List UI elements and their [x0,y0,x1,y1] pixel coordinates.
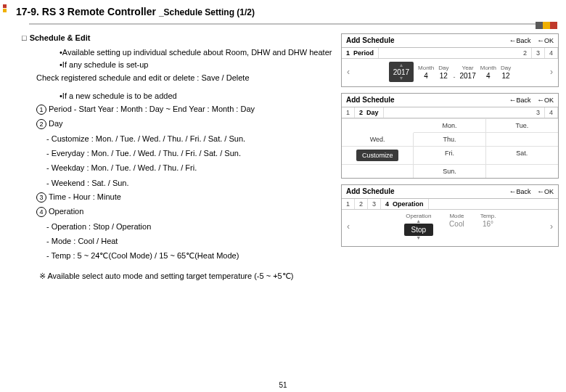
ok-button[interactable]: OK [537,37,554,44]
day-tue[interactable]: Tue. [486,119,558,133]
back-button[interactable]: Back [509,37,530,44]
label-month: Month [418,65,434,71]
bullet-if-setup: If any schedule is set-up [60,59,334,71]
day-weekday: - Weekday : Mon. / Tue. / Wed. / Thu. / … [46,160,334,175]
step-1[interactable]: 1 [342,199,355,209]
section-heading: Schedule & Edit [22,33,334,42]
page-subtitle: _Schedule Setting (1/2) [159,7,255,17]
start-month[interactable]: 4 [424,71,428,80]
temp-value[interactable]: 16° [483,219,493,228]
day-weekend: - Weekend : Sat. / Sun. [46,176,334,190]
panel-day: Add Schedule Back OK 1 2 Day 3 4 Mon. [341,93,559,179]
back-button[interactable]: Back [509,188,530,195]
text-check-registered: Check registered schedule and edit or de… [36,71,334,86]
step-3[interactable]: 3 [368,199,381,209]
start-day[interactable]: 12 [440,71,448,80]
item-time: 3Time - Hour : Minute [36,190,334,205]
panel-period: Add Schedule Back OK 1 Period 2 3 4 ‹ [341,33,559,87]
next-icon[interactable]: › [548,221,555,232]
step-2[interactable]: 2 Day [355,107,384,118]
label-month2: Month [480,65,496,71]
next-icon[interactable]: › [548,67,555,77]
label-mode: Mode [449,213,464,219]
step-3[interactable]: 3 [532,48,545,58]
item-operation: 4Operation [36,205,334,219]
panel2-title: Add Schedule [346,96,395,104]
step-1[interactable]: 1 Period [342,48,379,58]
availability-note: ※ Available select auto mode and setting… [39,269,334,284]
bullet-new-schedule: If a new schedule is to be added [60,90,334,102]
panel3-title: Add Schedule [346,187,395,195]
start-year[interactable]: ▲2017▼ [389,62,414,82]
end-month[interactable]: 4 [486,71,491,80]
step-4[interactable]: 4 Operation [381,199,429,209]
step-3[interactable]: 3 [532,107,545,118]
item-period: 1Period - Start Year : Month : Day ~ End… [36,102,334,117]
day-sun[interactable]: Sun. [414,165,485,178]
ok-button[interactable]: OK [537,188,554,195]
end-day[interactable]: 12 [502,71,510,80]
op-operation: - Operation : Stop / Operation [46,219,334,234]
day-customize-button[interactable]: Customize [342,147,414,165]
day-mon[interactable]: Mon. [414,119,485,133]
operation-value[interactable]: Stop [404,224,434,236]
brand-mark [3,4,10,17]
divider [0,22,566,26]
day-sat[interactable]: Sat. [486,147,558,165]
day-wed[interactable]: Wed. [342,133,414,147]
page-number: 51 [279,381,287,389]
prev-icon[interactable]: ‹ [345,67,352,77]
op-temp: - Temp : 5 ~ 24℃(Cool Mode) / 15 ~ 65℃(H… [46,248,334,263]
day-everyday: - Everyday : Mon. / Tue. / Wed. / Thu. /… [46,146,334,160]
bullet-available: Available setting up individual schedule… [60,46,334,59]
panel-operation: Add Schedule Back OK 1 2 3 4 Operation ‹ [341,184,559,247]
end-year[interactable]: 2017 [460,71,476,80]
day-customize: - Customize : Mon. / Tue. / Wed. / Thu. … [46,131,334,146]
mode-value[interactable]: Cool [449,219,464,228]
day-fri[interactable]: Fri. [414,147,485,165]
step-4[interactable]: 4 [545,48,558,58]
prev-icon[interactable]: ‹ [345,221,352,232]
panel1-title: Add Schedule [346,36,395,44]
day-thu[interactable]: Thu. [414,133,485,147]
back-button[interactable]: Back [509,97,530,104]
step-2[interactable]: 2 [519,48,532,58]
op-mode: - Mode : Cool / Heat [46,234,334,248]
ok-button[interactable]: OK [537,97,554,104]
step-1[interactable]: 1 [342,107,355,118]
step-4[interactable]: 4 [545,107,558,118]
step-2[interactable]: 2 [355,199,368,209]
label-year: Year [462,65,474,71]
label-temp: Temp. [480,213,496,219]
label-day2: Day [501,65,511,71]
item-day: 2Day [36,117,334,131]
page-title: 17-9. RS 3 Remote Controller [16,6,156,17]
label-day: Day [438,65,448,71]
